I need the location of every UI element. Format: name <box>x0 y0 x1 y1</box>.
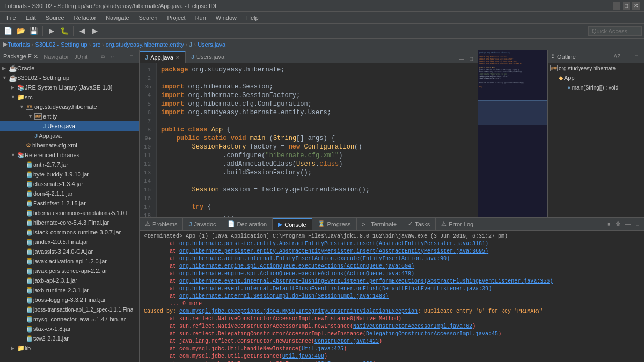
bottom-tab-errorlog[interactable]: ⚠ Error Log <box>436 218 479 230</box>
tree-item-jboss-log[interactable]: 🫙jboss-logging-3.3.2.Final.jar <box>0 295 139 305</box>
menu-source[interactable]: Source <box>41 13 69 22</box>
toolbar-open[interactable]: 📂 <box>15 25 27 37</box>
tree-item-jre[interactable]: ▶ 📚 JRE System Library [JavaSE-1.8] <box>0 83 139 92</box>
editor-maximize-button[interactable]: □ <box>467 54 475 63</box>
tree-item-s30l02[interactable]: ▼ ☕ S30L02 - Setting up <box>0 73 139 83</box>
tree-item-dom4j[interactable]: 🫙dom4j-2.1.1.jar <box>0 189 139 198</box>
tree-item-src[interactable]: ▼ 📁 src <box>0 92 139 102</box>
tree-item-javax-act[interactable]: 🫙javax.activation-api-1.2.0.jar <box>0 256 139 266</box>
tree-item-jaxb-api[interactable]: 🫙jaxb-api-2.3.1.jar <box>0 276 139 285</box>
editor-tab-users[interactable]: J Users.java <box>186 51 230 63</box>
tab-java-icon: J <box>145 54 148 61</box>
menu-project[interactable]: Project <box>163 13 189 22</box>
menu-edit[interactable]: Edit <box>21 13 40 22</box>
tree-item-ref-libs[interactable]: ▼ 📚 Referenced Libraries <box>0 150 139 160</box>
tree-item-jboss-tx[interactable]: 🫙jboss-transaction-api_1.2_spec-1.1.1.Fi… <box>0 305 139 314</box>
outline-az-button[interactable]: AZ <box>613 53 621 61</box>
tree-item-app-java[interactable]: J App.java <box>0 131 139 141</box>
outline-icon: ⠿ <box>551 54 555 60</box>
bottom-tab-tasks[interactable]: ✓ Tasks <box>402 218 436 230</box>
tree-label: hibernate.cfg.xml <box>32 142 77 149</box>
outline-item-main[interactable]: ● main(String[]) : void <box>548 83 644 92</box>
close-button[interactable]: ✕ <box>632 2 640 10</box>
tab-close-icon[interactable]: ✕ <box>175 55 180 61</box>
tree-item-oracle[interactable]: ▶ ☕ Oracle <box>0 63 139 73</box>
breadcrumb-src[interactable]: src <box>92 41 100 48</box>
sync-button[interactable]: ↔ <box>108 53 116 61</box>
menu-navigate[interactable]: Navigate <box>101 13 133 22</box>
tab-label: Problems <box>152 221 177 227</box>
tree-item-lib[interactable]: ▶ 📁 lib <box>0 343 139 353</box>
toolbar-run[interactable]: ▶ <box>46 25 57 37</box>
tree-item-pkg-hibernate[interactable]: ▼ ## org.studyeasy.hibernate <box>0 102 139 112</box>
tree-item-istack[interactable]: 🫙istack-commons-runtime-3.0.7.jar <box>0 227 139 237</box>
bottom-tab-javadoc[interactable]: J Javadoc <box>183 218 222 230</box>
tree-item-users-java[interactable]: J Users.java <box>0 121 139 131</box>
outline-maximize-button[interactable]: □ <box>632 53 641 61</box>
tree-item-classmate[interactable]: 🫙classmate-1.3.4.jar <box>0 179 139 189</box>
collapse-all-button[interactable]: ⧉ <box>98 53 107 61</box>
tab-navigator[interactable]: Navigator <box>43 54 69 60</box>
console-clear-button[interactable]: 🗑 <box>614 220 623 228</box>
tab-junit[interactable]: JUnit <box>74 54 87 60</box>
panel-maximize-button[interactable]: □ <box>127 53 136 61</box>
tree-item-stax[interactable]: 🫙stax-ex-1.8.jar <box>0 324 139 334</box>
tree-item-hib-ann[interactable]: 🫙hibernate-commons-annotations-5.1.0.F <box>0 208 139 218</box>
breadcrumb-tutorials[interactable]: Tutorials <box>8 41 30 48</box>
editor-minimize-button[interactable]: — <box>457 54 466 63</box>
maximize-button[interactable]: □ <box>623 2 630 10</box>
bottom-tab-progress[interactable]: ⏳ Progress <box>312 218 357 230</box>
tree-item-jaxb-rt[interactable]: 🫙jaxb-runtime-2.3.1.jar <box>0 285 139 295</box>
breadcrumb-package[interactable]: org.studyeasy.hibernate.entity <box>106 41 184 48</box>
tree-item-jandex[interactable]: 🫙jandex-2.0.5.Final.jar <box>0 237 139 247</box>
toolbar-debug[interactable]: 🐛 <box>58 25 70 37</box>
tree-item-javax-per[interactable]: 🫙javax.persistence-api-2.2.jar <box>0 266 139 276</box>
console-stop-button[interactable]: ■ <box>604 220 613 228</box>
outline-item-package[interactable]: ## org.studyeasy.hibernate <box>548 63 644 73</box>
breadcrumb-icon: ▶ <box>3 41 8 48</box>
tree-item-txw2[interactable]: 🫙txw2-2.3.1.jar <box>0 334 139 343</box>
tree-item-bytebuddy[interactable]: 🫙byte-buddy-1.9.10.jar <box>0 169 139 179</box>
outline-item-app[interactable]: ◆ App <box>548 73 644 83</box>
tree-label: istack-commons-runtime-3.0.7.jar <box>33 229 121 235</box>
console-minimize-button[interactable]: — <box>624 220 632 228</box>
tree-label: jboss-transaction-api_1.2_spec-1.1.1.Fin… <box>33 307 133 313</box>
menu-search[interactable]: Search <box>135 13 162 22</box>
tab-icon-javadoc: J <box>188 221 192 227</box>
tree-label: JRE System Library [JavaSE-1.8] <box>25 84 112 91</box>
toolbar-new[interactable]: 📄 <box>2 25 14 37</box>
panel-minimize-button[interactable]: — <box>118 53 126 61</box>
breadcrumb-s30l02[interactable]: S30L02 - Setting up <box>35 41 87 48</box>
menu-run[interactable]: Run <box>191 13 210 22</box>
toolbar-back[interactable]: ◀ <box>76 25 88 37</box>
tree-item-javassist[interactable]: 🫙javassist-3.24.0-GA.jar <box>0 247 139 256</box>
breadcrumb-file[interactable]: Users.java <box>197 41 225 48</box>
console-header-line: <terminated> App (1) [Java Application] … <box>144 233 640 240</box>
jar-icon: 🫙 <box>26 239 33 246</box>
bottom-tab-console[interactable]: ▶ Console <box>273 218 312 230</box>
tree-item-hibernate-cfg[interactable]: ⚙ hibernate.cfg.xml <box>0 141 139 150</box>
toolbar-forward[interactable]: ▶ <box>89 25 101 37</box>
outline-minimize-button[interactable]: — <box>623 53 631 61</box>
code-content[interactable]: package org.studyeasy.hibernate; import … <box>157 63 478 217</box>
tree-item-antlr[interactable]: 🫙antlr-2.7.7.jar <box>0 160 139 169</box>
console-maximize-button[interactable]: □ <box>633 220 642 228</box>
tree-item-hib-core[interactable]: 🫙hibernate-core-5.4.3.Final.jar <box>0 218 139 227</box>
tree-item-fastinfset[interactable]: 🫙FastInfset-1.2.15.jar <box>0 198 139 208</box>
tab-label: Javadoc <box>194 221 216 227</box>
menu-refactor[interactable]: Refactor <box>70 13 101 22</box>
minimize-button[interactable]: — <box>613 2 620 10</box>
tree-item-entity[interactable]: ▼ ## entity <box>0 112 139 121</box>
toolbar-save[interactable]: 💾 <box>28 25 40 37</box>
bottom-tab-problems[interactable]: ⚠ Problems <box>140 218 183 230</box>
bottom-tab-declaration[interactable]: 📄 Declaration <box>222 218 273 230</box>
editor-with-outline: J App.java ✕ J Users.java — □ 1 <box>140 50 644 217</box>
editor-tab-app[interactable]: J App.java ✕ <box>140 51 186 63</box>
bottom-tab-terminal[interactable]: >_ Terminal+ <box>357 218 403 230</box>
menu-help[interactable]: Help <box>242 13 263 22</box>
tab-icon-errorlog: ⚠ <box>441 220 447 227</box>
tree-item-mysql[interactable]: 🫙mysql-connector-java-5.1.47-bin.jar <box>0 314 139 324</box>
menu-file[interactable]: File <box>2 13 20 22</box>
quick-access-input[interactable] <box>588 26 642 36</box>
menu-window[interactable]: Window <box>211 13 241 22</box>
